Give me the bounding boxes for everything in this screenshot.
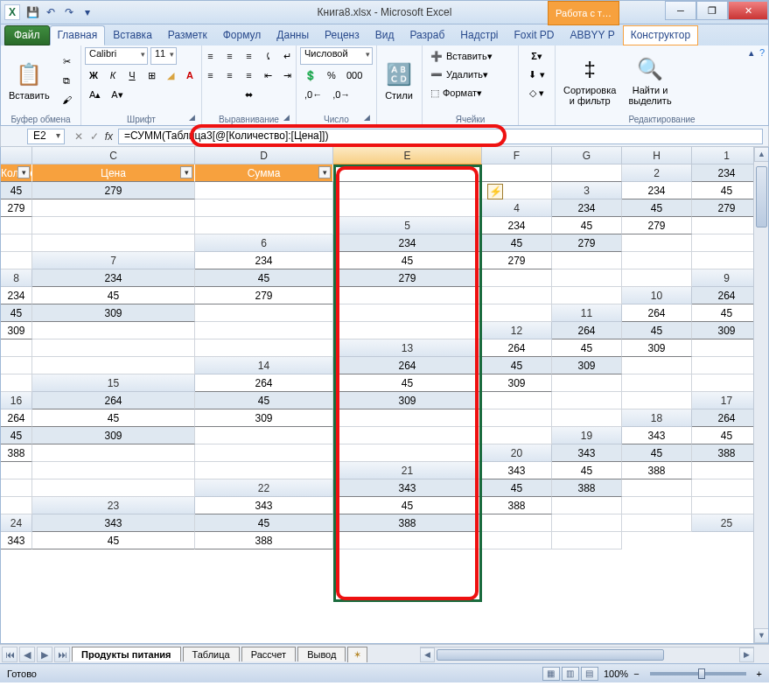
cell[interactable] <box>482 270 552 287</box>
cell[interactable]: 279 <box>32 182 195 200</box>
tab-view[interactable]: Вид <box>367 25 402 46</box>
row-header[interactable]: 11 <box>552 304 622 322</box>
maximize-button[interactable]: ❐ <box>696 1 728 20</box>
cell[interactable]: 309 <box>1 322 32 340</box>
cell[interactable] <box>622 234 692 252</box>
row-header[interactable]: 4 <box>482 200 552 217</box>
cell[interactable]: 279 <box>692 200 762 217</box>
cell[interactable]: 388 <box>482 497 552 514</box>
cell[interactable] <box>32 200 195 217</box>
styles-button[interactable]: 🔠 Стили <box>381 58 417 103</box>
cell[interactable] <box>622 392 692 410</box>
cell[interactable]: 343 <box>1 532 32 550</box>
decrease-decimal-icon[interactable]: ,0→ <box>328 86 354 103</box>
cell[interactable] <box>32 444 195 462</box>
col-header-E[interactable]: E <box>333 147 482 164</box>
comma-icon[interactable]: 000 <box>342 66 367 84</box>
row-header[interactable]: 10 <box>622 287 692 304</box>
autofill-options-icon[interactable]: ⚡ <box>487 184 503 200</box>
number-dialog-launcher-icon[interactable]: ◢ <box>364 113 374 123</box>
row-header[interactable]: 13 <box>333 340 482 357</box>
cell[interactable]: 45 <box>482 357 552 374</box>
cell[interactable] <box>552 514 622 532</box>
cell[interactable] <box>622 514 692 532</box>
cell[interactable] <box>692 340 762 357</box>
row-header[interactable]: 1 <box>692 147 762 164</box>
cell[interactable] <box>482 287 552 304</box>
sheet-tab-1[interactable]: Таблица <box>183 647 240 662</box>
cell[interactable]: 279 <box>333 270 482 287</box>
font-color-icon[interactable]: A <box>181 66 199 84</box>
col-header-D[interactable]: D <box>195 147 333 164</box>
cell[interactable] <box>1 217 32 234</box>
cell[interactable] <box>692 374 762 392</box>
cell[interactable]: 309 <box>622 340 692 357</box>
zoom-out-icon[interactable]: − <box>633 668 639 679</box>
cell[interactable]: 279 <box>195 287 333 304</box>
scroll-down-icon[interactable]: ▼ <box>754 628 769 643</box>
increase-font-icon[interactable]: A▴ <box>85 86 105 103</box>
cell[interactable]: 45 <box>482 234 552 252</box>
cut-icon[interactable]: ✂ <box>58 52 76 70</box>
copy-icon[interactable]: ⧉ <box>58 72 76 89</box>
cell[interactable] <box>333 304 482 322</box>
row-header[interactable]: 14 <box>195 357 333 374</box>
cell[interactable] <box>692 252 762 270</box>
cells-format-button[interactable]: ⬚ Формат ▾ <box>426 84 486 102</box>
cell[interactable] <box>195 322 333 340</box>
cell[interactable]: 309 <box>552 357 622 374</box>
formula-input[interactable]: =СУММ(Таблица3[@[Количество]:[Цена]]) <box>118 129 763 144</box>
fill-color-icon[interactable]: ◢ <box>162 66 179 84</box>
cell[interactable]: 309 <box>692 322 762 340</box>
row-header[interactable]: 3 <box>552 182 622 200</box>
merge-center-icon[interactable]: ⬌ <box>241 86 258 103</box>
filter-icon[interactable]: ▾ <box>318 166 331 178</box>
col-header-H[interactable]: H <box>622 147 692 164</box>
border-icon[interactable]: ⊞ <box>143 66 160 84</box>
zoom-knob[interactable] <box>698 668 705 679</box>
row-header[interactable]: 24 <box>1 514 32 532</box>
cell[interactable]: 45 <box>32 532 195 550</box>
cell[interactable] <box>333 164 482 182</box>
row-header[interactable]: 22 <box>195 480 333 497</box>
cell[interactable] <box>195 340 333 357</box>
zoom-level[interactable]: 100% <box>604 668 628 679</box>
italic-button[interactable]: К <box>104 66 122 84</box>
align-right-icon[interactable]: ≡ <box>241 66 258 84</box>
filter-icon[interactable]: ▾ <box>17 166 30 178</box>
cell[interactable]: 343 <box>32 514 195 532</box>
cell[interactable]: 388 <box>692 444 762 462</box>
cell[interactable] <box>333 427 482 444</box>
cell[interactable] <box>552 497 622 514</box>
paste-button[interactable]: 📋 Вставить <box>4 58 54 103</box>
cell[interactable] <box>482 532 552 550</box>
tab-home[interactable]: Главная <box>50 25 106 46</box>
align-center-icon[interactable]: ≡ <box>221 66 239 84</box>
row-header[interactable]: 7 <box>32 252 195 270</box>
row-header[interactable]: 12 <box>482 322 552 340</box>
cell[interactable] <box>552 164 622 182</box>
align-top-icon[interactable]: ≡ <box>202 47 220 65</box>
cell[interactable] <box>622 252 692 270</box>
align-dialog-launcher-icon[interactable]: ◢ <box>283 113 294 123</box>
view-pagelayout-icon[interactable]: ▥ <box>562 667 579 681</box>
ribbon-minimize-icon[interactable]: ▴ <box>749 47 754 59</box>
col-header-G[interactable]: G <box>552 147 622 164</box>
cell[interactable] <box>1 497 32 514</box>
row-header[interactable]: 6 <box>195 234 333 252</box>
percent-icon[interactable]: % <box>323 66 340 84</box>
cell[interactable]: 388 <box>622 462 692 480</box>
cell[interactable]: 264 <box>1 410 32 427</box>
cell[interactable] <box>333 322 482 340</box>
font-name-combo[interactable]: Calibri <box>85 47 148 65</box>
cell[interactable] <box>692 480 762 497</box>
tab-design[interactable]: Конструктор <box>623 25 698 46</box>
cell[interactable]: 309 <box>195 410 333 427</box>
cell[interactable] <box>333 287 482 304</box>
cell[interactable] <box>32 234 195 252</box>
tab-file[interactable]: Файл <box>4 25 50 46</box>
autosum-icon[interactable]: Σ ▾ <box>527 47 547 65</box>
cell[interactable] <box>482 304 552 322</box>
cell[interactable] <box>482 410 552 427</box>
cell[interactable]: 45 <box>1 182 32 200</box>
